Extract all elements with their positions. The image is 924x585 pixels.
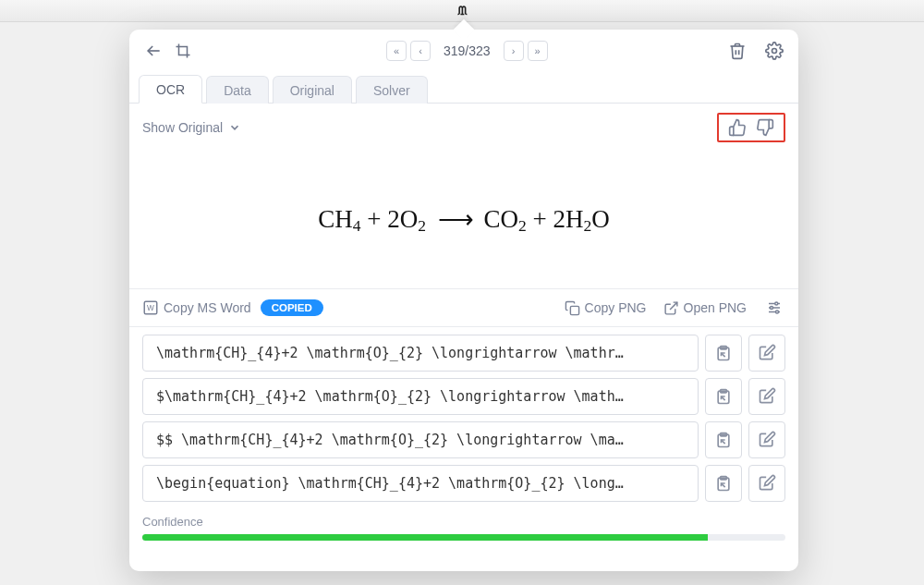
external-link-icon — [663, 300, 679, 316]
copy-clipboard-button[interactable] — [705, 335, 742, 372]
show-original-toggle[interactable]: Show Original — [142, 120, 241, 135]
copy-clipboard-button[interactable] — [705, 465, 742, 502]
copy-clipboard-button[interactable] — [705, 421, 742, 458]
pager: « ‹ 319/323 › » — [386, 41, 548, 61]
result-row: $$ \mathrm{CH}_{4}+2 \mathrm{O}_{2} \lon… — [142, 421, 785, 458]
latex-code-cell[interactable]: \begin{equation} \mathrm{CH}_{4}+2 \math… — [142, 465, 699, 502]
pager-first-icon[interactable]: « — [386, 41, 407, 61]
svg-line-5 — [670, 302, 677, 310]
svg-text:W: W — [147, 304, 154, 312]
tab-data[interactable]: Data — [206, 76, 269, 104]
svg-point-11 — [776, 311, 779, 313]
open-png-button[interactable]: Open PNG — [663, 300, 747, 316]
copy-msword-label: Copy MS Word — [164, 300, 251, 315]
confidence-section: Confidence — [129, 502, 798, 550]
toolbar-right — [726, 40, 785, 62]
system-menubar: ᙢ — [0, 0, 924, 22]
thumbs-down-icon[interactable] — [756, 118, 774, 137]
open-png-label: Open PNG — [684, 300, 747, 315]
confidence-fill — [142, 534, 708, 541]
svg-point-9 — [771, 307, 773, 310]
latex-code-cell[interactable]: $\mathrm{CH}_{4}+2 \mathrm{O}_{2} \longr… — [142, 378, 699, 415]
copied-badge: COPIED — [261, 299, 323, 316]
tab-solver[interactable]: Solver — [356, 76, 428, 104]
result-row: \begin{equation} \mathrm{CH}_{4}+2 \math… — [142, 465, 785, 502]
edit-button[interactable] — [748, 421, 785, 458]
chevron-down-icon — [228, 121, 241, 134]
edit-button[interactable] — [748, 335, 785, 372]
pager-counter: 319/323 — [444, 43, 491, 58]
trash-icon[interactable] — [726, 40, 748, 62]
gear-icon[interactable] — [763, 40, 785, 62]
latex-code-cell[interactable]: \mathrm{CH}_{4}+2 \mathrm{O}_{2} \longri… — [142, 335, 699, 372]
confidence-bar — [142, 534, 785, 541]
result-row: \mathrm{CH}_{4}+2 \mathrm{O}_{2} \longri… — [142, 335, 785, 372]
actionbar: W Copy MS Word COPIED Copy PNG Open PNG — [129, 288, 798, 327]
sliders-icon[interactable] — [763, 297, 785, 319]
feedback-box — [717, 113, 785, 142]
result-row: $\mathrm{CH}_{4}+2 \mathrm{O}_{2} \longr… — [142, 378, 785, 415]
word-icon: W — [142, 299, 159, 316]
pager-next-icon[interactable]: › — [504, 41, 524, 61]
confidence-label: Confidence — [142, 515, 203, 529]
svg-point-1 — [772, 49, 777, 54]
tab-label: Solver — [373, 83, 410, 98]
thumbs-up-icon[interactable] — [728, 118, 747, 137]
results-list: \mathrm{CH}_{4}+2 \mathrm{O}_{2} \longri… — [129, 327, 798, 502]
pager-last-icon[interactable]: » — [528, 41, 548, 61]
svg-rect-4 — [570, 306, 578, 314]
copy-clipboard-button[interactable] — [705, 378, 742, 415]
tab-ocr[interactable]: OCR — [139, 75, 202, 104]
back-icon[interactable] — [142, 40, 164, 62]
copy-png-button[interactable]: Copy PNG — [565, 300, 647, 316]
latex-code-cell[interactable]: $$ \mathrm{CH}_{4}+2 \mathrm{O}_{2} \lon… — [142, 421, 699, 458]
rendered-equation: CH4 + 2O2 ⟶ CO2 + 2H2O — [129, 152, 798, 288]
edit-button[interactable] — [748, 465, 785, 502]
app-menubar-icon[interactable]: ᙢ — [457, 4, 468, 18]
tab-label: Data — [224, 83, 251, 98]
svg-point-7 — [775, 302, 778, 305]
copy-msword-button[interactable]: W Copy MS Word — [142, 299, 251, 316]
app-popover: « ‹ 319/323 › » OCR Data Original Solver… — [129, 30, 798, 571]
tabs: OCR Data Original Solver — [129, 72, 798, 104]
menubar-center-icons: ᙢ — [457, 4, 468, 18]
copy-png-label: Copy PNG — [585, 300, 647, 315]
copy-icon — [565, 300, 580, 316]
subbar: Show Original — [129, 104, 798, 152]
show-original-label: Show Original — [142, 120, 223, 135]
edit-button[interactable] — [748, 378, 785, 415]
tab-label: OCR — [156, 82, 185, 97]
tab-label: Original — [290, 83, 334, 98]
crop-icon[interactable] — [172, 40, 194, 62]
pager-prev-icon[interactable]: ‹ — [410, 41, 431, 61]
tab-original[interactable]: Original — [273, 76, 352, 104]
